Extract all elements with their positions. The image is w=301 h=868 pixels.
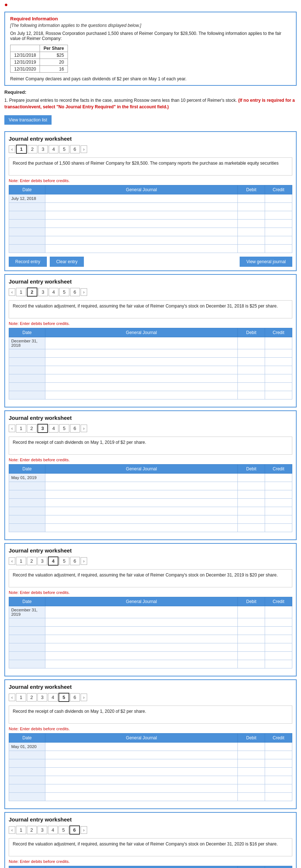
cell-journal-2-2[interactable] [45, 349, 238, 358]
cell-debit-4-3[interactable] [238, 627, 265, 635]
cell-journal-1-2[interactable] [45, 203, 238, 211]
tab-prev-5[interactable]: ‹ [9, 694, 15, 701]
cell-credit-5-3[interactable] [265, 759, 292, 768]
cell-journal-4-1[interactable] [45, 606, 238, 618]
cell-journal-5-7[interactable] [45, 793, 238, 801]
tab-5-1[interactable]: 1 [16, 693, 26, 702]
tab-6-5[interactable]: 5 [58, 826, 68, 834]
clear-entry-button-1[interactable]: Clear entry [50, 257, 84, 267]
cell-debit-1-2[interactable] [238, 203, 265, 211]
cell-debit-3-7[interactable] [238, 524, 265, 532]
cell-credit-3-6[interactable] [265, 515, 292, 524]
tab-6-3[interactable]: 3 [37, 826, 47, 834]
cell-journal-1-7[interactable] [45, 245, 238, 253]
cell-credit-3-7[interactable] [265, 524, 292, 532]
cell-debit-5-3[interactable] [238, 759, 265, 768]
cell-journal-2-6[interactable] [45, 383, 238, 391]
cell-credit-1-5[interactable] [265, 228, 292, 236]
tab-2-2[interactable]: 2 [27, 288, 37, 297]
cell-debit-5-5[interactable] [238, 776, 265, 784]
cell-debit-2-6[interactable] [238, 383, 265, 391]
cell-credit-1-6[interactable] [265, 236, 292, 245]
cell-credit-2-2[interactable] [265, 349, 292, 358]
cell-journal-3-4[interactable] [45, 499, 238, 507]
cell-credit-5-5[interactable] [265, 776, 292, 784]
view-general-journal-button-1[interactable]: View general journal [240, 257, 292, 267]
tab-2-5[interactable]: 5 [59, 288, 69, 296]
tab-3-6[interactable]: 6 [70, 424, 80, 433]
cell-credit-5-7[interactable] [265, 793, 292, 801]
cell-journal-1-3[interactable] [45, 211, 238, 220]
tab-4-1[interactable]: 1 [16, 557, 26, 565]
cell-credit-3-1[interactable] [265, 474, 292, 482]
cell-journal-4-6[interactable] [45, 652, 238, 660]
cell-credit-3-3[interactable] [265, 490, 292, 499]
cell-debit-3-3[interactable] [238, 490, 265, 499]
cell-credit-2-6[interactable] [265, 383, 292, 391]
cell-debit-4-1[interactable] [238, 606, 265, 618]
cell-debit-1-5[interactable] [238, 228, 265, 236]
cell-credit-4-3[interactable] [265, 627, 292, 635]
cell-journal-3-6[interactable] [45, 515, 238, 524]
tab-prev-1[interactable]: ‹ [9, 145, 15, 153]
tab-1-3[interactable]: 3 [38, 145, 48, 153]
tab-prev-4[interactable]: ‹ [9, 557, 15, 565]
tab-5-5[interactable]: 5 [58, 693, 69, 702]
tab-6-2[interactable]: 2 [27, 826, 37, 834]
tab-6-1[interactable]: 1 [16, 826, 26, 834]
tab-1-1[interactable]: 1 [16, 145, 27, 154]
cell-debit-5-2[interactable] [238, 751, 265, 759]
cell-credit-2-7[interactable] [265, 391, 292, 399]
cell-credit-2-5[interactable] [265, 374, 292, 383]
cell-debit-4-6[interactable] [238, 652, 265, 660]
cell-journal-3-5[interactable] [45, 507, 238, 515]
cell-journal-5-6[interactable] [45, 784, 238, 793]
tab-next-1[interactable]: › [81, 145, 87, 153]
tab-5-6[interactable]: 6 [70, 693, 80, 702]
cell-credit-4-2[interactable] [265, 618, 292, 627]
tab-3-1[interactable]: 1 [16, 424, 26, 433]
cell-journal-4-2[interactable] [45, 618, 238, 627]
cell-debit-4-4[interactable] [238, 635, 265, 643]
cell-debit-2-1[interactable] [238, 337, 265, 349]
cell-credit-1-1[interactable] [265, 194, 292, 203]
cell-journal-4-4[interactable] [45, 635, 238, 643]
tab-3-2[interactable]: 2 [27, 424, 37, 433]
cell-credit-5-4[interactable] [265, 768, 292, 776]
view-transaction-button[interactable]: View transaction list [4, 115, 52, 125]
cell-journal-2-7[interactable] [45, 391, 238, 399]
cell-credit-3-2[interactable] [265, 482, 292, 490]
cell-journal-1-4[interactable] [45, 220, 238, 228]
cell-debit-5-6[interactable] [238, 784, 265, 793]
cell-debit-1-1[interactable] [238, 194, 265, 203]
cell-debit-5-1[interactable] [238, 743, 265, 751]
cell-credit-1-2[interactable] [265, 203, 292, 211]
cell-journal-2-4[interactable] [45, 366, 238, 374]
cell-credit-4-6[interactable] [265, 652, 292, 660]
cell-debit-5-7[interactable] [238, 793, 265, 801]
tab-4-2[interactable]: 2 [27, 557, 37, 565]
tab-2-3[interactable]: 3 [38, 288, 48, 296]
record-entry-button-1[interactable]: Record entry [9, 257, 47, 267]
cell-journal-1-5[interactable] [45, 228, 238, 236]
cell-debit-3-6[interactable] [238, 515, 265, 524]
tab-2-1[interactable]: 1 [16, 288, 26, 296]
tab-prev-6[interactable]: ‹ [9, 826, 15, 834]
cell-credit-5-1[interactable] [265, 743, 292, 751]
cell-debit-2-3[interactable] [238, 358, 265, 366]
cell-debit-1-7[interactable] [238, 245, 265, 253]
tab-1-4[interactable]: 4 [49, 145, 58, 153]
cell-debit-4-7[interactable] [238, 660, 265, 668]
tab-4-5[interactable]: 5 [59, 557, 69, 565]
tab-3-5[interactable]: 5 [59, 424, 69, 433]
cell-journal-5-4[interactable] [45, 768, 238, 776]
cell-journal-5-1[interactable] [45, 743, 238, 751]
tab-next-3[interactable]: › [81, 425, 87, 432]
cell-debit-2-7[interactable] [238, 391, 265, 399]
tab-4-6[interactable]: 6 [70, 557, 80, 565]
tab-5-3[interactable]: 3 [37, 693, 47, 702]
cell-credit-1-4[interactable] [265, 220, 292, 228]
cell-credit-3-4[interactable] [265, 499, 292, 507]
cell-debit-2-4[interactable] [238, 366, 265, 374]
cell-credit-2-3[interactable] [265, 358, 292, 366]
